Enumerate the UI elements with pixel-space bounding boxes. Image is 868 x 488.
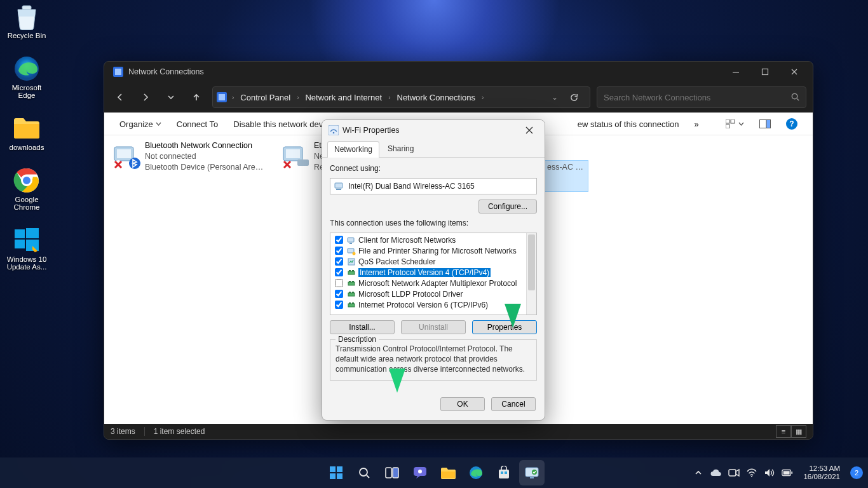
- explorer-titlebar[interactable]: Network Connections: [104, 62, 813, 82]
- ok-button[interactable]: OK: [440, 397, 485, 411]
- window-title: Network Connections: [128, 67, 721, 76]
- minimize-button[interactable]: [721, 62, 750, 82]
- protocol-checkbox[interactable]: [335, 236, 343, 244]
- scrollbar-thumb[interactable]: [528, 234, 535, 290]
- start-button[interactable]: [323, 460, 349, 485]
- chat-button[interactable]: [407, 460, 433, 485]
- tray-overflow-button[interactable]: [693, 469, 704, 477]
- connect-to-button[interactable]: Connect To: [169, 113, 226, 135]
- nav-back-button[interactable]: [111, 88, 130, 107]
- tray-clock[interactable]: 12:53 AM 16/08/2021: [803, 464, 840, 481]
- tab-sharing[interactable]: Sharing: [381, 140, 421, 157]
- share-icon: [347, 247, 356, 255]
- nav-forward-button[interactable]: [136, 88, 155, 107]
- connection-name: Bluetooth Network Connection: [145, 140, 266, 151]
- preview-pane-button[interactable]: [752, 113, 778, 135]
- desktop-icon-downloads[interactable]: downloads: [4, 114, 50, 151]
- tab-networking[interactable]: Networking: [327, 141, 379, 158]
- volume-tray-icon[interactable]: [764, 468, 775, 477]
- connection-item-wifi[interactable]: ess-AC 31...: [545, 161, 588, 191]
- organize-menu[interactable]: Organize: [112, 113, 169, 135]
- notification-badge[interactable]: 2: [850, 466, 863, 479]
- chevron-right-icon[interactable]: ›: [231, 94, 235, 101]
- svg-rect-14: [219, 94, 225, 100]
- breadcrumb-bar[interactable]: › Control Panel › Network and Internet ›…: [212, 86, 590, 108]
- meet-now-icon[interactable]: [728, 468, 740, 477]
- chrome-icon: [13, 166, 41, 194]
- file-explorer-button[interactable]: [435, 460, 461, 485]
- uninstall-button[interactable]: Uninstall: [401, 320, 466, 334]
- annotation-arrow-2: [388, 254, 407, 394]
- protocol-label: Internet Protocol Version 6 (TCP/IPv6): [358, 301, 488, 309]
- desktop-icon-win10update[interactable]: Windows 10 Update As...: [4, 226, 50, 271]
- refresh-button[interactable]: [563, 93, 585, 102]
- svg-rect-40: [348, 282, 355, 285]
- cancel-button[interactable]: Cancel: [491, 397, 536, 411]
- dialog-close-button[interactable]: [520, 121, 538, 139]
- protocol-checkbox[interactable]: [335, 247, 343, 255]
- protocol-item[interactable]: Client for Microsoft Networks: [333, 234, 525, 245]
- crumb-network-connections[interactable]: Network Connections: [396, 87, 477, 107]
- scrollbar[interactable]: [526, 233, 536, 315]
- onedrive-icon[interactable]: [710, 469, 722, 477]
- close-button[interactable]: [780, 62, 809, 82]
- connection-item-bluetooth[interactable]: Bluetooth Network Connection Not connect…: [111, 140, 268, 173]
- store-button[interactable]: [491, 460, 517, 485]
- svg-point-35: [353, 252, 356, 255]
- taskbar-search-button[interactable]: [351, 460, 377, 485]
- svg-rect-48: [352, 302, 354, 304]
- search-input[interactable]: [597, 86, 806, 108]
- annotation-arrow-1: [503, 177, 522, 329]
- desktop-icons: Recycle Bin Microsoft Edge downloads Goo…: [4, 3, 50, 271]
- status-item-count: 3 items: [111, 427, 135, 436]
- help-button[interactable]: ?: [778, 113, 805, 135]
- svg-rect-49: [330, 466, 336, 472]
- svg-point-67: [751, 476, 752, 477]
- protocol-label: Microsoft LLDP Protocol Driver: [358, 290, 463, 299]
- svg-point-53: [360, 468, 367, 476]
- svg-rect-42: [352, 281, 354, 282]
- protocol-item[interactable]: QoS Packet Scheduler: [333, 256, 525, 267]
- protocol-item[interactable]: File and Printer Sharing for Microsoft N…: [333, 245, 525, 256]
- protocol-checkbox[interactable]: [335, 301, 343, 309]
- maximize-button[interactable]: [750, 62, 780, 82]
- large-icons-view-button[interactable]: ▦: [791, 425, 806, 438]
- svg-rect-20: [766, 120, 771, 128]
- control-panel-taskbar-button[interactable]: [519, 460, 545, 485]
- chevron-right-icon[interactable]: ›: [295, 94, 300, 101]
- svg-rect-30: [335, 183, 342, 188]
- nav-up-button[interactable]: [187, 88, 206, 107]
- qos-icon: [347, 257, 356, 266]
- desktop-icon-recycle-bin[interactable]: Recycle Bin: [4, 3, 50, 39]
- wifi-tray-icon[interactable]: [746, 468, 757, 477]
- desktop-icon-chrome[interactable]: Google Chrome: [4, 166, 50, 211]
- view-status-button[interactable]: ew status of this connection: [570, 113, 687, 135]
- details-view-button[interactable]: ≡: [776, 425, 791, 438]
- battery-tray-icon[interactable]: [782, 469, 793, 477]
- protocol-item[interactable]: Microsoft LLDP Protocol Driver: [333, 288, 525, 299]
- chevron-right-icon[interactable]: ›: [480, 94, 485, 101]
- edge-taskbar-button[interactable]: [463, 460, 489, 485]
- protocol-checkbox[interactable]: [335, 290, 343, 298]
- svg-rect-27: [297, 159, 309, 166]
- address-dropdown-icon[interactable]: ⌄: [550, 93, 559, 102]
- chevron-right-icon[interactable]: ›: [387, 94, 391, 101]
- nav-history-button[interactable]: [161, 88, 180, 107]
- protocol-label: Microsoft Network Adapter Multiplexor Pr…: [358, 279, 517, 288]
- protocol-checkbox[interactable]: [335, 279, 343, 287]
- desktop-icon-label: Microsoft Edge: [4, 84, 50, 99]
- crumb-network-internet[interactable]: Network and Internet: [304, 87, 383, 107]
- task-view-button[interactable]: [379, 460, 405, 485]
- protocol-item[interactable]: Internet Protocol Version 6 (TCP/IPv6): [333, 299, 525, 310]
- view-options-button[interactable]: [718, 113, 752, 135]
- protocol-item[interactable]: Internet Protocol Version 4 (TCP/IPv4): [333, 267, 525, 278]
- more-commands-button[interactable]: »: [687, 113, 707, 135]
- protocol-checkbox[interactable]: [335, 257, 343, 266]
- protocol-item[interactable]: Microsoft Network Adapter Multiplexor Pr…: [333, 278, 525, 288]
- protocol-checkbox[interactable]: [335, 268, 343, 276]
- dialog-titlebar[interactable]: Wi-Fi Properties: [322, 120, 545, 140]
- svg-rect-26: [286, 149, 300, 158]
- crumb-control-panel[interactable]: Control Panel: [239, 87, 292, 107]
- install-button[interactable]: Install...: [330, 320, 395, 334]
- desktop-icon-edge[interactable]: Microsoft Edge: [4, 55, 50, 99]
